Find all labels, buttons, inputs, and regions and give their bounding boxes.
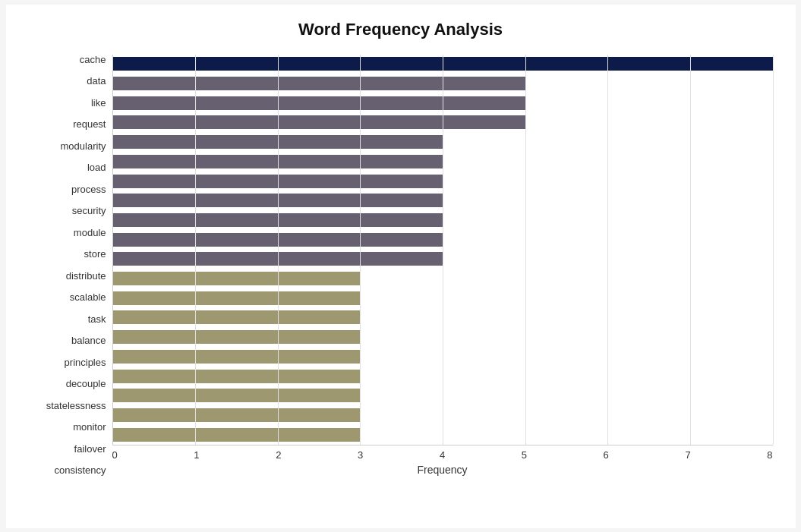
grid-line: [525, 55, 526, 445]
y-axis-label: decouple: [66, 379, 106, 389]
y-axis-label: like: [91, 98, 106, 108]
y-axis-label: request: [73, 119, 106, 129]
y-axis-label: modularity: [61, 141, 106, 151]
grid-line: [195, 55, 196, 445]
x-tick: 5: [522, 449, 527, 461]
y-axis-label: module: [74, 228, 106, 238]
x-tick: 8: [767, 449, 772, 461]
y-axis-label: principles: [65, 357, 106, 367]
grid-line: [773, 55, 774, 445]
grid-line: [690, 55, 691, 445]
bar: [113, 350, 361, 364]
x-tick: 1: [194, 449, 199, 461]
bar: [113, 77, 525, 90]
y-axis-labels: cachedatalikerequestmodularityloadproces…: [29, 55, 112, 476]
x-tick: 2: [276, 449, 281, 461]
x-tick: 4: [440, 449, 445, 461]
y-axis-label: scalable: [70, 292, 106, 302]
y-axis-label: data: [87, 76, 106, 86]
y-axis-label: security: [72, 206, 106, 216]
bar: [113, 370, 361, 383]
chart-title: Word Frequency Analysis: [29, 20, 773, 39]
y-axis-label: store: [84, 249, 106, 259]
y-axis-label: process: [71, 184, 106, 194]
bar: [113, 330, 361, 344]
y-axis-label: task: [88, 314, 106, 324]
x-tick: 0: [112, 449, 118, 461]
bar: [113, 291, 361, 305]
grid-line: [360, 55, 361, 445]
grid-line: [443, 55, 443, 445]
grid-line: [607, 55, 608, 445]
y-axis-label: consistency: [55, 465, 106, 475]
x-tick: 3: [358, 449, 363, 461]
y-axis-label: failover: [74, 444, 106, 454]
y-axis-label: statelessness: [46, 401, 106, 411]
x-axis: 012345678: [112, 445, 773, 461]
y-axis-label: cache: [80, 55, 106, 65]
x-tick: 6: [604, 449, 609, 461]
bar: [113, 428, 361, 442]
bars-area: [112, 55, 773, 445]
grid-line: [278, 55, 279, 445]
bar: [113, 389, 361, 402]
bar: [113, 96, 525, 110]
y-axis-label: balance: [71, 335, 106, 345]
y-axis-label: load: [87, 162, 106, 172]
bar: [113, 408, 361, 422]
bar: [113, 310, 361, 324]
chart-container: Word Frequency Analysis cachedatalikereq…: [6, 5, 796, 528]
y-axis-label: distribute: [66, 271, 106, 281]
y-axis-label: monitor: [73, 422, 106, 432]
x-tick: 7: [685, 449, 690, 461]
bar: [113, 272, 361, 285]
x-axis-label: Frequency: [112, 464, 773, 476]
bar: [113, 115, 525, 129]
